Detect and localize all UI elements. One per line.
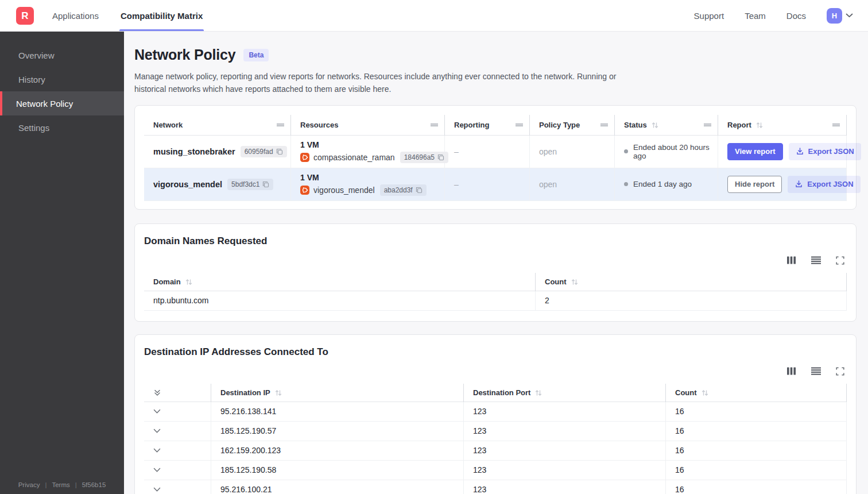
domain-names-card: Domain Names Requested Domain Count — [134, 223, 857, 322]
network-name: musing_stonebraker — [153, 147, 235, 156]
account-chevron-icon — [846, 13, 853, 18]
network-cell: musing_stonebraker 60959fad — [144, 136, 291, 168]
destinations-table-header: Destination IP Destination Port Count — [144, 384, 847, 402]
network-id: 60959fad — [245, 148, 273, 156]
drag-handle-icon[interactable] — [430, 122, 439, 128]
drag-handle-icon[interactable] — [703, 122, 712, 128]
status-text: Ended about 20 hours ago — [633, 143, 711, 160]
copy-icon[interactable] — [262, 181, 269, 188]
column-label: Policy Type — [539, 121, 580, 129]
row-density-icon-button[interactable] — [811, 367, 821, 375]
drag-handle-icon[interactable] — [600, 122, 609, 128]
fullscreen-icon-button[interactable] — [836, 367, 844, 376]
destination-row: 95.216.138.141 123 16 — [144, 402, 847, 422]
copy-icon[interactable] — [437, 154, 444, 161]
resource-id: aba2dd3f — [384, 186, 413, 194]
expand-row-button[interactable] — [153, 409, 161, 414]
network-row[interactable]: vigorous_mendel 5bdf3dc1 1 VM vigorous_m… — [144, 168, 847, 201]
tab-compatibility-matrix[interactable]: Compatibility Matrix — [119, 0, 204, 31]
nav-link-docs[interactable]: Docs — [786, 11, 806, 21]
resource-id-badge: aba2dd3f — [380, 184, 427, 196]
sort-icon — [274, 389, 282, 396]
app-logo[interactable]: R — [16, 7, 34, 25]
column-header-status[interactable]: Status — [615, 115, 718, 136]
column-header-count[interactable]: Count — [536, 273, 847, 291]
network-name: vigorous_mendel — [153, 180, 222, 189]
resources-cell: 1 VM vigorous_mendel aba2dd3f — [291, 168, 445, 200]
table-toolbar — [144, 367, 844, 376]
download-icon — [796, 147, 804, 156]
drag-handle-icon[interactable] — [832, 122, 840, 128]
destination-ip-cell: 185.125.190.57 — [211, 422, 464, 441]
sidebar-item-network-policy[interactable]: Network Policy — [0, 91, 124, 115]
expand-row-button[interactable] — [153, 468, 161, 473]
copy-icon[interactable] — [416, 187, 423, 194]
reporting-cell: – — [445, 136, 530, 168]
main-content: Network Policy Beta Manage network polic… — [124, 32, 868, 494]
drag-handle-icon[interactable] — [515, 122, 524, 128]
sort-icon — [755, 122, 764, 129]
column-header-resources: Resources — [291, 115, 445, 136]
view-report-button[interactable]: View report — [727, 143, 783, 160]
chevron-down-icon — [153, 448, 161, 453]
tab-applications[interactable]: Applications — [51, 0, 100, 31]
networks-table: Network Resources Reporting Policy — [144, 115, 847, 201]
destination-port-cell: 123 — [464, 480, 666, 494]
expand-all-button[interactable] — [153, 389, 161, 397]
destinations-table-body: 95.216.138.141 123 16 — [144, 402, 847, 494]
nav-link-team[interactable]: Team — [745, 11, 766, 21]
nav-link-support[interactable]: Support — [694, 11, 724, 21]
destination-row: 162.159.200.123 123 16 — [144, 441, 847, 461]
footer-terms-link[interactable]: Terms — [52, 481, 69, 488]
column-label: Count — [545, 277, 567, 286]
sidebar-item-settings[interactable]: Settings — [0, 115, 124, 140]
columns-icon-button[interactable] — [787, 367, 796, 375]
domain-row: ntp.ubuntu.com 2 — [144, 291, 847, 311]
count-cell: 16 — [666, 422, 847, 441]
destination-row: 185.125.190.57 123 16 — [144, 422, 847, 441]
export-json-label: Export JSON — [807, 180, 853, 188]
column-label: Network — [153, 121, 183, 129]
expand-row-button[interactable] — [153, 487, 161, 492]
expand-row-button[interactable] — [153, 429, 161, 434]
status-dot — [624, 182, 628, 186]
chevron-down-icon — [153, 487, 161, 492]
copy-icon[interactable] — [276, 148, 283, 155]
export-json-button[interactable]: Export JSON — [788, 176, 860, 193]
logo-letter: R — [21, 10, 28, 22]
column-header-destination-ip[interactable]: Destination IP — [211, 384, 464, 402]
vm-count: 1 VM — [300, 140, 319, 149]
beta-badge: Beta — [243, 49, 269, 61]
count-cell: 16 — [666, 480, 847, 494]
primary-nav: Applications Compatibility Matrix — [51, 0, 204, 31]
sidebar-item-history[interactable]: History — [0, 67, 124, 91]
expand-row-button[interactable] — [153, 448, 161, 453]
column-header-destination-port[interactable]: Destination Port — [464, 384, 666, 402]
chevron-down-icon — [153, 468, 161, 473]
hide-report-button[interactable]: Hide report — [727, 176, 782, 193]
fullscreen-icon-button[interactable] — [836, 256, 844, 265]
footer-privacy-link[interactable]: Privacy — [18, 481, 40, 488]
resources-cell: 1 VM compassionate_raman 184696a5 — [291, 136, 445, 168]
avatar[interactable]: H — [827, 8, 842, 24]
destination-port-cell: 123 — [464, 441, 666, 460]
columns-icon-button[interactable] — [787, 256, 796, 264]
column-label: Count — [675, 388, 697, 397]
vm-count: 1 VM — [300, 173, 319, 182]
sidebar-item-overview[interactable]: Overview — [0, 43, 124, 67]
export-json-label: Export JSON — [808, 147, 854, 156]
column-header-count[interactable]: Count — [666, 384, 847, 402]
domains-table: Domain Count ntp.ubuntu.com 2 — [144, 273, 847, 311]
network-row[interactable]: musing_stonebraker 60959fad 1 VM compass… — [144, 136, 847, 168]
column-header-domain[interactable]: Domain — [144, 273, 536, 291]
status-cell: Ended about 20 hours ago — [615, 136, 718, 168]
column-header-report[interactable]: Report — [718, 115, 847, 136]
export-json-button[interactable]: Export JSON — [789, 143, 861, 160]
drag-handle-icon[interactable] — [276, 122, 285, 128]
row-density-icon-button[interactable] — [811, 256, 821, 264]
column-label: Domain — [153, 277, 181, 286]
count-cell: 16 — [666, 402, 847, 421]
account-menu[interactable]: H — [827, 8, 853, 24]
network-id-badge: 60959fad — [241, 146, 287, 157]
resource-name: compassionate_raman — [313, 153, 395, 162]
